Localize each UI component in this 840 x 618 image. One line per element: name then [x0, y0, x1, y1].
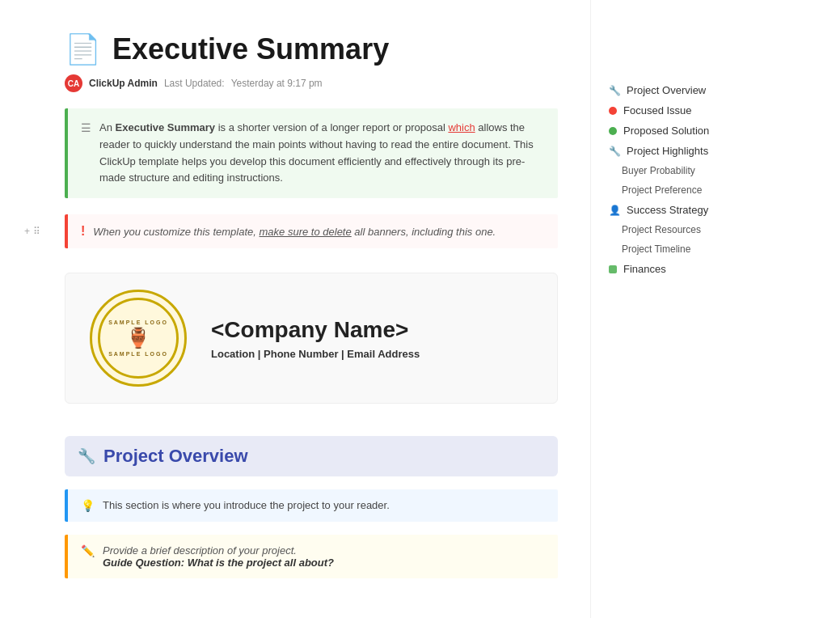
page-title: Executive Summary	[112, 32, 389, 66]
sidebar: 🔧 Project Overview Focused Issue Propose…	[590, 0, 768, 618]
company-name: <Company Name>	[211, 317, 420, 343]
sidebar-item-success-strategy[interactable]: 👤 Success Strategy	[604, 201, 755, 219]
warning-content: ! When you customize this template, make…	[81, 224, 545, 239]
info-block-content: ☰ An Executive Summary is a shorter vers…	[81, 120, 545, 187]
logo-inner: SAMPLE LOGO 🏺 SAMPLE LOGO	[98, 298, 179, 379]
sidebar-item-project-timeline[interactable]: Project Timeline	[604, 240, 755, 258]
warning-text-after: all banners, including this one.	[352, 226, 496, 238]
sidebar-item-focused-issue[interactable]: Focused Issue	[604, 101, 755, 120]
warning-link[interactable]: make sure to delete	[260, 226, 352, 238]
row-actions: + ⠿	[24, 226, 40, 237]
tip-text: This section is where you introduce the …	[103, 499, 390, 511]
sidebar-finances-label: Finances	[623, 263, 666, 275]
warning-block: ! When you customize this template, make…	[65, 214, 558, 248]
guide-question: Guide Question: What is the project all …	[103, 557, 334, 569]
sidebar-success-icon: 👤	[609, 205, 620, 216]
drag-handle-icon[interactable]: ⠿	[33, 226, 40, 237]
tip-block: 💡 This section is where you introduce th…	[65, 489, 558, 522]
info-which: which	[448, 121, 475, 133]
sidebar-buyer-probability-label: Buyer Probability	[622, 165, 695, 176]
author-name: ClickUp Admin	[89, 78, 158, 89]
page-header: 📄 Executive Summary	[65, 32, 558, 66]
sidebar-item-buyer-probability[interactable]: Buyer Probability	[604, 162, 755, 180]
sidebar-item-project-preference[interactable]: Project Preference	[604, 181, 755, 199]
warning-text-before: When you customize this template,	[93, 226, 259, 238]
project-overview-header: 🔧 Project Overview	[65, 436, 558, 476]
sidebar-overview-label: Project Overview	[627, 84, 706, 96]
sidebar-overview-icon: 🔧	[609, 85, 620, 96]
logo-figure: 🏺	[126, 327, 151, 349]
info-block: ☰ An Executive Summary is a shorter vers…	[65, 108, 558, 198]
company-info: <Company Name> Location | Phone Number |…	[211, 317, 420, 360]
guide-description: Provide a brief description of your proj…	[103, 544, 297, 557]
guide-text: Provide a brief description of your proj…	[103, 544, 334, 569]
info-text: An Executive Summary is a shorter versio…	[99, 120, 545, 187]
avatar: CA	[65, 74, 82, 92]
sidebar-proposed-solution-label: Proposed Solution	[623, 125, 709, 137]
company-details: Location | Phone Number | Email Address	[211, 348, 420, 360]
doc-icon: 📄	[65, 35, 101, 64]
sidebar-item-finances[interactable]: Finances	[604, 260, 755, 278]
finances-square	[609, 265, 617, 273]
guide-block: ✏️ Provide a brief description of your p…	[65, 535, 558, 578]
sidebar-focused-issue-label: Focused Issue	[623, 104, 692, 116]
focused-issue-dot	[609, 107, 617, 115]
warning-text: When you customize this template, make s…	[93, 226, 496, 238]
sidebar-success-strategy-label: Success Strategy	[627, 204, 708, 216]
info-icon: ☰	[81, 121, 91, 134]
sidebar-item-proposed-solution[interactable]: Proposed Solution	[604, 121, 755, 140]
proposed-solution-dot	[609, 127, 617, 135]
page-meta: CA ClickUp Admin Last Updated: Yesterday…	[65, 74, 558, 92]
section-icon: 🔧	[78, 447, 95, 465]
sidebar-item-project-resources[interactable]: Project Resources	[604, 221, 755, 239]
guide-icon: ✏️	[81, 544, 95, 557]
info-bold: Executive Summary	[116, 121, 216, 133]
warning-row: + ⠿ ! When you customize this template, …	[65, 214, 558, 248]
sidebar-item-project-highlights[interactable]: 🔧 Project Highlights	[604, 142, 755, 160]
logo-placeholder: SAMPLE LOGO 🏺 SAMPLE LOGO	[90, 290, 187, 387]
page-layout: 📄 Executive Summary CA ClickUp Admin Las…	[0, 0, 840, 618]
logo-text-bottom: SAMPLE LOGO	[108, 351, 168, 357]
sidebar-project-preference-label: Project Preference	[622, 184, 702, 196]
guide-content: ✏️ Provide a brief description of your p…	[81, 544, 545, 569]
main-content: 📄 Executive Summary CA ClickUp Admin Las…	[0, 0, 590, 618]
add-row-icon[interactable]: +	[24, 226, 30, 237]
section-title: Project Overview	[103, 446, 248, 467]
sidebar-item-project-overview[interactable]: 🔧 Project Overview	[604, 81, 755, 99]
sidebar-project-resources-label: Project Resources	[622, 224, 701, 235]
tip-icon: 💡	[81, 499, 95, 512]
company-card: SAMPLE LOGO 🏺 SAMPLE LOGO <Company Name>…	[65, 273, 558, 404]
warning-icon: !	[81, 224, 85, 239]
sidebar-highlights-icon: 🔧	[609, 146, 620, 157]
sidebar-project-highlights-label: Project Highlights	[627, 145, 708, 157]
logo-text-top: SAMPLE LOGO	[108, 320, 168, 325]
last-updated-value: Yesterday at 9:17 pm	[231, 78, 323, 89]
sidebar-project-timeline-label: Project Timeline	[622, 243, 690, 255]
last-updated-label: Last Updated:	[164, 78, 225, 89]
